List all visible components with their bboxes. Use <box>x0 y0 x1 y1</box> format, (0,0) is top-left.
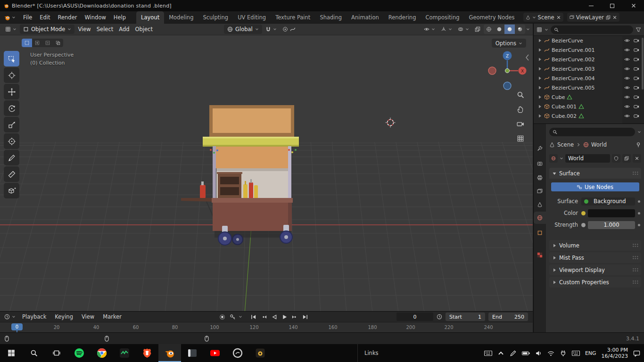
scene-selector[interactable]: Scene <box>523 13 563 22</box>
expand-icon[interactable] <box>537 85 542 90</box>
workspace-tab-uv-editing[interactable]: UV Editing <box>233 11 271 24</box>
timeline-menu-marker[interactable]: Marker <box>99 313 126 320</box>
gizmo-x-neg-axis[interactable] <box>488 67 496 74</box>
mode-dropdown[interactable]: Object Mode <box>20 25 74 34</box>
select-mode-new-button[interactable] <box>22 39 32 47</box>
fake-user-button[interactable] <box>612 154 620 163</box>
object-name[interactable]: Cube.002 <box>552 113 577 119</box>
outliner-row-beziercurve-001[interactable]: BezierCurve.001 <box>534 45 644 55</box>
workspace-tab-animation[interactable]: Animation <box>347 11 384 24</box>
pen-icon[interactable] <box>510 350 517 357</box>
volume-icon[interactable] <box>535 350 542 357</box>
tab-object[interactable] <box>534 227 546 239</box>
object-name[interactable]: BezierCurve.005 <box>552 85 622 91</box>
tab-output[interactable] <box>534 172 546 184</box>
language-indicator[interactable]: ENG <box>585 350 596 356</box>
task-view-button[interactable] <box>45 344 68 362</box>
expand-icon[interactable] <box>537 95 542 99</box>
disable-render-icon[interactable] <box>634 47 639 53</box>
tool-measure[interactable] <box>4 166 19 182</box>
taskbar-app-window[interactable] <box>181 344 204 362</box>
taskbar-app-green-wave[interactable] <box>113 344 136 362</box>
panel-drag-grip[interactable] <box>632 280 638 284</box>
select-mode-subtract-button[interactable] <box>42 39 53 47</box>
jump-to-start-button[interactable] <box>249 313 258 321</box>
disable-render-icon[interactable] <box>634 94 639 100</box>
pin-icon[interactable] <box>636 142 641 148</box>
expand-icon[interactable] <box>537 57 542 62</box>
menu-edit[interactable]: Edit <box>36 11 54 24</box>
taskbar-app-ring[interactable] <box>226 344 249 362</box>
copy-icon[interactable] <box>606 15 611 20</box>
expand-icon[interactable] <box>537 38 542 43</box>
blender-menu-button[interactable] <box>0 11 19 24</box>
zoom-icon[interactable] <box>517 91 524 99</box>
expand-icon[interactable] <box>537 66 542 71</box>
transform-orientation-dropdown[interactable]: Global <box>224 25 262 34</box>
menu-file[interactable]: File <box>19 11 36 24</box>
viewport-canvas[interactable]: Z X <box>0 35 533 311</box>
select-mode-extend-button[interactable] <box>32 39 42 47</box>
keyboard-layout-icon[interactable] <box>572 350 580 357</box>
network-icon[interactable] <box>547 350 554 357</box>
workspace-tab-sculpting[interactable]: Sculpting <box>198 11 233 24</box>
animate-decorator[interactable] <box>638 200 640 203</box>
disable-render-icon[interactable] <box>634 66 639 72</box>
hide-eye-icon[interactable] <box>624 85 630 90</box>
tool-rotate[interactable] <box>4 100 19 116</box>
viewport-menu-object[interactable]: Object <box>133 25 155 34</box>
taskbar-app-chrome[interactable] <box>91 344 113 362</box>
navigation-gizmo[interactable]: Z X <box>488 51 527 90</box>
properties-search-input[interactable] <box>549 128 635 136</box>
viewport-menu-add[interactable]: Add <box>116 25 132 34</box>
breadcrumb-scene[interactable]: Scene <box>557 141 574 148</box>
object-name[interactable]: Cube <box>552 94 565 100</box>
outliner-editor-icon[interactable] <box>537 27 542 33</box>
pan-hand-icon[interactable] <box>517 106 524 113</box>
object-name[interactable]: BezierCurve <box>552 38 622 44</box>
workspace-tab-geometry-nodes[interactable]: Geometry Nodes <box>464 11 520 24</box>
object-name[interactable]: BezierCurve.001 <box>552 47 622 53</box>
hide-eye-icon[interactable] <box>624 113 630 119</box>
show-overlays-dropdown[interactable] <box>455 25 471 34</box>
workspace-tab-layout[interactable]: Layout <box>136 11 164 24</box>
hide-eye-icon[interactable] <box>624 47 630 53</box>
object-name[interactable]: Cube.001 <box>552 104 577 110</box>
expand-icon[interactable] <box>537 114 542 118</box>
notification-center-icon[interactable] <box>633 350 640 357</box>
gizmo-y-neg-axis[interactable] <box>504 82 511 90</box>
shading-material-button[interactable] <box>504 25 515 34</box>
hide-eye-icon[interactable] <box>624 66 630 72</box>
new-world-button[interactable] <box>622 154 631 163</box>
camera-view-icon[interactable] <box>517 120 524 128</box>
outliner-row-beziercurve-004[interactable]: BezierCurve.004 <box>534 74 644 83</box>
tool-transform[interactable] <box>4 133 19 149</box>
disable-render-icon[interactable] <box>634 85 639 90</box>
expand-icon[interactable] <box>537 76 542 81</box>
workspace-tab-compositing[interactable]: Compositing <box>421 11 464 24</box>
timeline-ruler[interactable]: 0 20 40 60 80 100 120 140 160 180 200 22… <box>0 322 533 332</box>
tab-texture[interactable] <box>534 249 546 261</box>
start-frame-field[interactable]: Start1 <box>446 313 485 321</box>
outliner-search-input[interactable] <box>551 25 633 34</box>
playhead[interactable]: 0 <box>11 323 23 330</box>
disable-render-icon[interactable] <box>634 104 639 109</box>
tool-add-cube[interactable] <box>4 183 19 198</box>
previous-keyframe-button[interactable] <box>259 313 268 321</box>
outliner-row-cube[interactable]: Cube <box>534 92 644 102</box>
breadcrumb-world[interactable]: World <box>591 141 607 148</box>
use-nodes-button[interactable]: Use Nodes <box>551 182 639 191</box>
menu-help[interactable]: Help <box>110 11 130 24</box>
object-visibility-dropdown[interactable] <box>421 25 438 34</box>
toggle-xray-button[interactable] <box>472 25 483 34</box>
shading-wireframe-button[interactable] <box>484 25 494 34</box>
play-reverse-button[interactable] <box>270 313 279 321</box>
panel-drag-grip[interactable] <box>632 268 638 272</box>
play-button[interactable] <box>280 313 289 321</box>
minimize-button[interactable] <box>580 0 602 11</box>
disable-render-icon[interactable] <box>634 113 639 119</box>
taskbar-app-spotify[interactable] <box>68 344 91 362</box>
workspace-tab-rendering[interactable]: Rendering <box>384 11 421 24</box>
surface-panel-header[interactable]: Surface <box>549 168 641 179</box>
hide-eye-icon[interactable] <box>624 75 630 81</box>
